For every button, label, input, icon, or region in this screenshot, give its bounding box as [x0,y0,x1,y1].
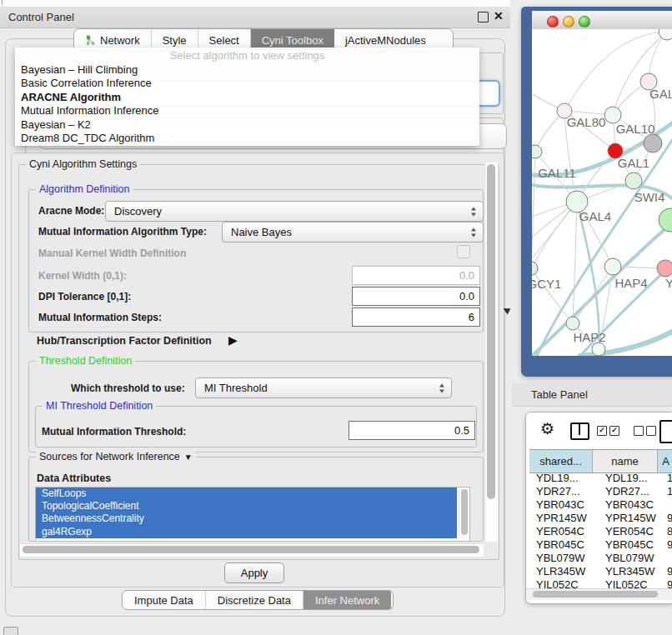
top-strip [0,0,510,7]
minimized-panel-icon[interactable] [3,627,18,635]
table-cell: 9. [663,512,672,524]
bottom-tab-infer-network[interactable]: Infer Network [303,591,391,609]
float-panel-icon[interactable] [478,12,489,22]
network-node[interactable] [657,260,672,277]
dpi-tolerance-field[interactable]: 0.0 [352,287,480,306]
mi-threshold-value: 0.5 [454,424,469,437]
table-horizontal-scrollbar[interactable] [526,588,672,600]
table-hscroll-thumb[interactable] [533,591,658,598]
deselect-all-icon[interactable] [634,426,644,436]
network-node[interactable] [644,134,662,152]
minimize-window-icon[interactable] [563,16,574,28]
network-node[interactable] [625,172,642,189]
network-node[interactable] [659,29,672,40]
app-root: { "colors": { "selection_blue": "#3c74c6… [0,0,672,635]
bottom-tabbar: Impute DataDiscretize DataInfer Network [122,590,394,610]
network-graph: GALGAL80GAL10GAL1GAL11SWI4GAL4GCY1HAP4YH… [532,29,672,356]
manual-kernel-label: Manual Kernel Width Definition [38,248,186,259]
mi-threshold-field[interactable]: 0.5 [349,421,475,440]
network-node-label: HAP2 [573,330,605,344]
network-node-label: GAL4 [579,209,611,223]
table-row[interactable]: YPR145WYPR145W9. [529,512,672,525]
select-all-icon[interactable]: ✓ [597,426,607,436]
which-threshold-combo[interactable]: MI Threshold [195,378,452,398]
aracne-mode-label: Aracne Mode: [38,205,104,217]
collapse-arrow-icon[interactable]: ▼ [184,452,193,462]
gear-icon[interactable]: ⚙ [540,419,554,438]
network-node[interactable] [604,258,621,275]
table-toolbar: ⚙ ✓ ✓ [526,412,672,449]
network-node-label: SWI4 [634,190,665,204]
mi-steps-field[interactable]: 6 [352,308,480,327]
network-window-titlebar[interactable] [532,11,672,30]
table-row[interactable]: YDL19...YDL19...13 [529,472,672,485]
dropdown-item[interactable]: Mutual Information Inference [15,104,479,118]
spinner-arrows-icon [471,228,477,237]
column-header[interactable]: name [593,450,658,472]
table-row[interactable]: YBL079WYBL079W [529,551,672,564]
tab-label: jActiveMNodules [345,34,426,47]
network-node-label: GCY1 [532,277,561,291]
select-all-icon-2[interactable]: ✓ [609,426,619,436]
column-header[interactable]: shared... [529,450,593,472]
table-cell: 8. [663,525,672,538]
network-edges-teal [532,123,672,356]
settings-vscroll-thumb[interactable] [487,164,495,499]
attribute-items: SelfLoopsTopologicalCoefficientBetweenne… [36,488,469,538]
table-cell: YBR045C [529,538,599,551]
zoom-window-icon[interactable] [579,16,590,28]
table-cell: YBR045C [599,538,663,551]
dropdown-item[interactable]: Bayesian – K2 [15,118,479,132]
manual-kernel-checkbox[interactable] [457,245,470,258]
list-scroll-thumb[interactable] [461,489,468,535]
table-row[interactable]: YBR043CYBR043C [529,498,672,512]
network-canvas[interactable]: GALGAL80GAL10GAL1GAL11SWI4GAL4GCY1HAP4YH… [532,29,672,356]
table-row[interactable]: YDR27...YDR27...12 [529,485,672,498]
table-cell: YER054C [529,525,599,538]
network-view-window[interactable]: GALGAL80GAL10GAL1GAL11SWI4GAL4GCY1HAP4YH… [521,7,672,377]
table-cell: 12 [663,485,672,498]
network-node[interactable] [604,107,621,123]
network-node-label: GAL [649,87,672,101]
network-node[interactable] [566,317,579,330]
table-panel-window: ⚙ ✓ ✓ shared...nameA YDL19...YDL19...13Y… [525,412,672,604]
dpi-tolerance-value: 0.0 [459,290,474,302]
table-body: YDL19...YDL19...13YDR27...YDR27...12YBR0… [529,472,672,590]
attribute-item[interactable]: gal4RGexp [36,526,457,538]
table-cell: 9. [663,565,672,578]
attribute-item[interactable]: SelfLoops [36,488,457,500]
table-row[interactable]: YER054CYER054C8. [529,525,672,538]
attribute-item[interactable]: BetweennessCentrality [36,512,457,525]
document-icon[interactable] [659,420,672,443]
table-cell: YDR27... [529,485,599,498]
aracne-mode-combo[interactable]: Discovery [105,201,484,222]
list-vertical-scrollbar[interactable] [459,488,469,538]
table-row[interactable]: YBR045CYBR045C9. [529,538,672,551]
settings-hscroll-thumb[interactable] [23,546,479,553]
data-attributes-list[interactable]: SelfLoopsTopologicalCoefficientBetweenne… [35,487,470,542]
attribute-item[interactable]: TopologicalCoefficient [36,500,457,512]
apply-button[interactable]: Apply [224,562,284,583]
dropdown-item[interactable]: Basic Correlation Inference [15,77,479,90]
kernel-width-field[interactable]: 0.0 [352,266,480,285]
sources-title: Sources for Network Inference [39,451,180,462]
network-icon [85,35,96,46]
column-header[interactable]: A [658,450,672,472]
network-node[interactable] [592,342,605,356]
network-node[interactable] [532,145,542,158]
expand-arrow-icon[interactable]: ▶ [228,333,238,347]
close-panel-icon[interactable]: ✕ [494,9,504,22]
mi-type-combo[interactable]: Naive Bayes [222,222,484,242]
columns-icon[interactable] [570,422,589,440]
network-node[interactable] [532,262,538,275]
bottom-tab-discretize-data[interactable]: Discretize Data [206,591,303,609]
table-row[interactable]: YLR345WYLR345W9. [529,564,672,578]
network-node[interactable] [659,208,672,232]
bottom-tab-impute-data[interactable]: Impute Data [123,591,206,609]
deselect-all-icon-2[interactable] [646,426,656,436]
dropdown-item[interactable]: ARACNE Algorithm [15,91,479,104]
network-node-label: HAP4 [614,276,647,290]
dropdown-item[interactable]: Dream8 DC_TDC Algorithm [15,132,479,145]
dropdown-item[interactable]: Bayesian – Hill Climbing [15,63,479,77]
close-window-icon[interactable] [547,16,559,28]
